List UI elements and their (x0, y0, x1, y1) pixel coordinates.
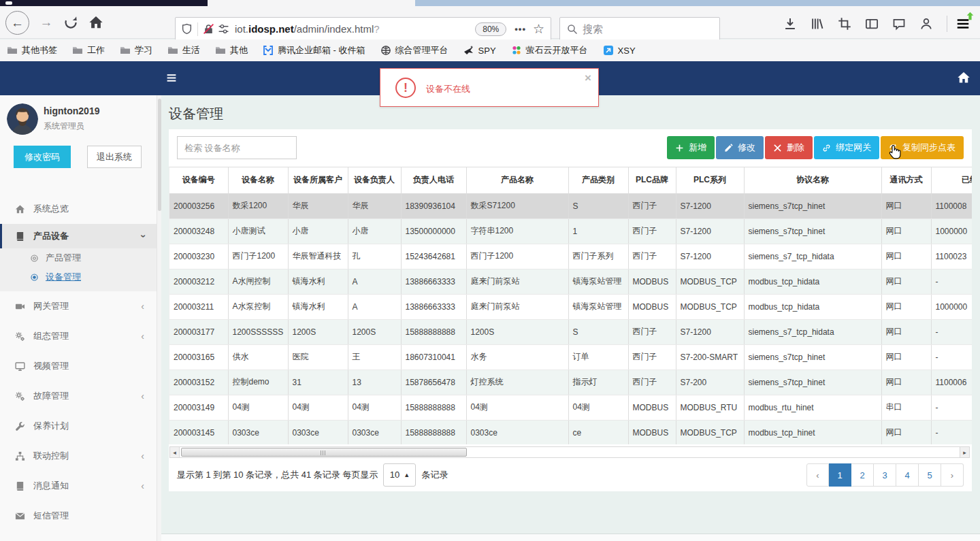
column-header[interactable]: 产品类别 (568, 167, 628, 193)
scrollbar-thumb[interactable] (181, 448, 467, 457)
browser-search-input[interactable] (583, 23, 698, 35)
content-vertical-scrollbar[interactable] (157, 95, 161, 541)
page-prev-button[interactable]: ‹ (806, 463, 829, 487)
device-search-input[interactable] (177, 136, 297, 159)
bookmark-item[interactable]: 萤石云开放平台 (511, 44, 588, 56)
bookmark-item[interactable]: SPY (463, 45, 496, 56)
column-header[interactable]: 设备名称 (228, 167, 288, 193)
action-button-修改[interactable]: 修改 (716, 136, 764, 159)
bookmark-label: 学习 (135, 44, 152, 56)
table-cell: 庭来门前泵站 (466, 294, 568, 319)
page-button-5[interactable]: 5 (919, 463, 941, 487)
browser-search-box[interactable] (559, 17, 720, 41)
sidebar-item-组态管理[interactable]: 组态管理‹ (0, 321, 157, 351)
column-header[interactable]: 设备负责人 (348, 167, 401, 193)
globe-icon (380, 45, 391, 56)
alert-close-icon[interactable]: × (585, 71, 591, 85)
scroll-left-arrow[interactable]: ◂ (170, 447, 180, 457)
messages-bubble-icon[interactable] (892, 17, 906, 31)
table-cell: 1100023 (931, 244, 972, 269)
page-button-4[interactable]: 4 (896, 463, 919, 487)
url-bar[interactable]: iot.idosp.net/admin/index.html? 80% ••• … (175, 17, 551, 41)
permissions-icon[interactable] (218, 23, 229, 35)
screenshot-crop-icon[interactable] (838, 17, 851, 31)
table-cell: 04测 (228, 395, 288, 420)
bookmark-item[interactable]: 学习 (120, 44, 152, 56)
zoom-level-badge[interactable]: 80% (475, 22, 506, 36)
table-cell: 字符串1200 (466, 218, 568, 244)
column-header[interactable]: 协议名称 (744, 167, 881, 193)
insecure-lock-icon[interactable] (203, 23, 214, 35)
bookmark-item[interactable]: XSY (603, 45, 636, 56)
action-button-删除[interactable]: 删除 (765, 136, 813, 159)
action-button-复制同步点表[interactable]: 复制同步点表 (881, 136, 964, 159)
browser-home-button[interactable] (88, 15, 103, 30)
sidebar-subitem-产品管理[interactable]: 产品管理 (0, 248, 157, 267)
app-menu-button[interactable] (956, 16, 970, 31)
page-button-1[interactable]: 1 (829, 463, 851, 487)
bookmark-item[interactable]: 其他 (215, 44, 248, 56)
scrollbar-track[interactable] (180, 447, 960, 457)
table-row[interactable]: 200003256数采1200华辰华辰18390936104数采S71200S西… (169, 193, 972, 218)
table-row[interactable]: 20000314904测04测04测1588888888804测04测MODBU… (169, 395, 972, 420)
sidebar-item-网关管理[interactable]: 网关管理‹ (0, 291, 157, 321)
sidebar-item-系统总览[interactable]: 系统总览 (0, 194, 157, 224)
table-horizontal-scrollbar[interactable]: ◂ ▸ (169, 446, 970, 458)
sidebar-item-视频管理[interactable]: 视频管理 (0, 351, 157, 381)
page-button-3[interactable]: 3 (874, 463, 896, 487)
table-cell: S7-1200 (676, 193, 744, 218)
library-icon[interactable] (811, 17, 824, 31)
table-row[interactable]: 2000031450303ce0303ce0303ce1588888888803… (169, 420, 972, 444)
app-home-icon[interactable] (957, 71, 970, 84)
back-button[interactable]: ← (5, 11, 29, 35)
bookmark-star-icon[interactable]: ☆ (533, 21, 544, 37)
column-header[interactable]: 已绑定网关 (931, 167, 972, 193)
page-size-dropdown[interactable]: 10▲ (383, 463, 416, 487)
sidebar-item-联动控制[interactable]: 联动控制‹ (0, 441, 157, 471)
column-header[interactable]: 产品名称 (466, 167, 568, 193)
table-row[interactable]: 200003248小唐测试小唐小唐13500000000字符串12001西门子S… (169, 218, 972, 244)
sidebar-toggle-icon[interactable] (865, 17, 879, 31)
bookmark-item[interactable]: 腾讯企业邮箱 - 收件箱 (263, 44, 365, 56)
sidebar-item-短信管理[interactable]: 短信管理 (0, 501, 157, 531)
column-header[interactable]: 负责人电话 (401, 167, 466, 193)
sidebar-item-故障管理[interactable]: 故障管理‹ (0, 381, 157, 411)
sidebar-subitem-设备管理[interactable]: 设备管理 (0, 267, 157, 286)
download-icon[interactable] (783, 17, 797, 31)
table-row[interactable]: 200003165供水医院王18607310041水务订单西门子S7-200-S… (169, 344, 972, 370)
action-button-新增[interactable]: 新增 (667, 136, 715, 159)
column-header[interactable]: 通讯方式 (881, 167, 931, 193)
account-icon[interactable] (919, 17, 933, 31)
table-cell: 18607310041 (401, 344, 466, 370)
page-next-button[interactable]: › (941, 463, 964, 487)
change-password-button[interactable]: 修改密码 (14, 146, 71, 168)
scroll-right-arrow[interactable]: ▸ (960, 447, 969, 457)
table-row[interactable]: 200003212A水闸控制镇海水利A13886663333庭来门前泵站镇海泵站… (169, 269, 972, 294)
bookmark-item[interactable]: 其他书签 (7, 44, 57, 56)
reload-button[interactable] (63, 15, 78, 30)
column-header[interactable]: 设备所属客户 (288, 167, 348, 193)
sidebar-item-保养计划[interactable]: 保养计划 (0, 411, 157, 441)
sidebar-item-消息通知[interactable]: 消息通知‹ (0, 471, 157, 501)
bookmark-item[interactable]: 综合管理平台 (380, 44, 448, 56)
column-header[interactable]: 设备编号 (169, 167, 228, 193)
bookmark-item[interactable]: 生活 (167, 44, 200, 56)
table-row[interactable]: 2000031771200SSSSSS1200S1200S15888888888… (169, 319, 972, 344)
column-header[interactable]: PLC品牌 (628, 167, 676, 193)
sidebar-collapse-icon[interactable] (165, 72, 178, 84)
active-tab[interactable] (208, 0, 415, 6)
gears-icon (15, 391, 25, 401)
shield-icon[interactable] (181, 23, 193, 35)
column-header[interactable]: PLC系列 (676, 167, 744, 193)
logout-button[interactable]: 退出系统 (87, 146, 142, 168)
table-row[interactable]: 200003211A水泵控制镇海水利A13886663333庭来门前泵站镇海泵站… (169, 294, 972, 319)
action-button-绑定网关[interactable]: 绑定网关 (814, 136, 879, 159)
table-row[interactable]: 200003152控制demo311315878656478灯控系统指示灯西门子… (169, 370, 972, 395)
page-button-2[interactable]: 2 (851, 463, 874, 487)
sidebar-item-产品设备[interactable]: 产品设备‹ (0, 224, 157, 248)
table-cell: - (931, 395, 972, 420)
bookmark-item[interactable]: 工作 (72, 44, 105, 56)
table-row[interactable]: 200003230西门子1200华辰智通科技孔15243642681西门子120… (169, 244, 972, 269)
forward-button[interactable]: → (37, 15, 55, 30)
page-actions-icon[interactable]: ••• (514, 24, 526, 34)
